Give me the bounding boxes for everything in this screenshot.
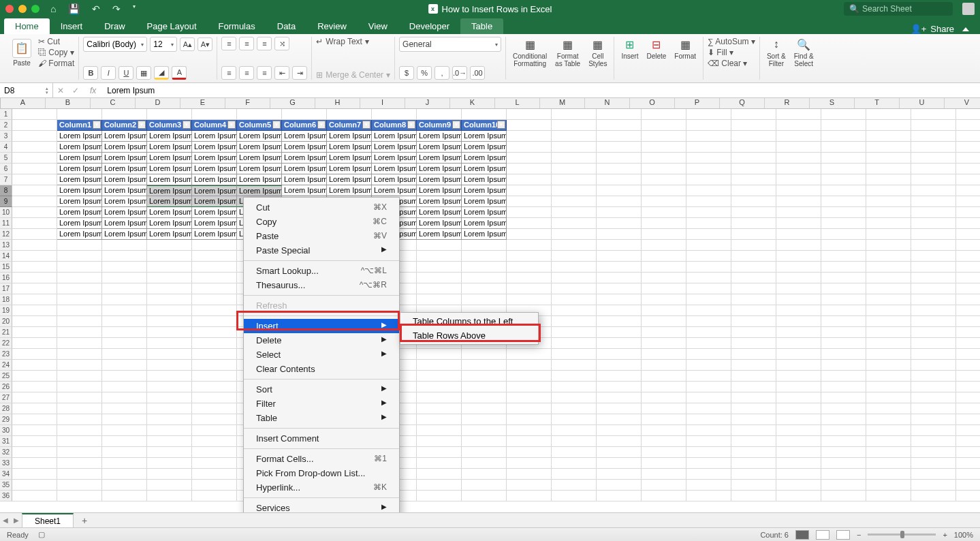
cell[interactable] [147, 240, 192, 251]
cell[interactable] [642, 360, 686, 371]
cell[interactable] [956, 327, 980, 338]
cell[interactable] [642, 207, 686, 218]
cell[interactable] [956, 382, 980, 392]
cell[interactable] [597, 480, 642, 491]
cell[interactable] [552, 371, 597, 382]
cell[interactable] [866, 447, 911, 458]
view-page-layout-icon[interactable] [816, 530, 829, 540]
row-header[interactable]: 34 [0, 469, 12, 480]
cell[interactable] [821, 109, 866, 120]
cell[interactable] [731, 273, 776, 283]
cell[interactable] [597, 196, 642, 207]
cell[interactable]: Lorem Ipsum [102, 142, 147, 153]
cell[interactable] [686, 164, 731, 174]
cell[interactable]: Lorem Ipsum [462, 174, 507, 185]
cell[interactable]: Lorem Ipsum [282, 153, 327, 164]
insert-cells-button[interactable]: ⊞Insert [618, 37, 641, 60]
cell[interactable] [776, 382, 821, 392]
fill-button[interactable]: ⬇ Fill ▾ [708, 48, 755, 57]
cell[interactable] [57, 371, 102, 382]
cell[interactable] [866, 283, 911, 294]
ctx-format-cells[interactable]: Format Cells...⌘1 [244, 452, 399, 466]
cell[interactable] [192, 305, 237, 316]
cell[interactable] [642, 305, 686, 316]
cell[interactable]: Lorem Ipsum [147, 164, 192, 174]
cell[interactable] [866, 251, 911, 262]
cell[interactable] [102, 316, 147, 327]
filter-icon[interactable]: ▾ [317, 121, 326, 129]
conditional-formatting-button[interactable]: ▦Conditional Formatting [510, 37, 550, 67]
ctx-thesaurus[interactable]: Thesaurus...^⌥⌘R [244, 278, 399, 292]
cell[interactable] [417, 425, 462, 436]
cell[interactable] [956, 491, 980, 501]
cell[interactable] [57, 469, 102, 480]
cell[interactable] [462, 392, 507, 403]
cell[interactable] [192, 392, 237, 403]
cell[interactable] [821, 196, 866, 207]
column-header[interactable]: B [46, 98, 91, 108]
cell[interactable] [956, 207, 980, 218]
cell[interactable] [12, 273, 57, 283]
cell[interactable] [731, 305, 776, 316]
cell[interactable]: Lorem Ipsum [282, 142, 327, 153]
cell[interactable] [147, 349, 192, 360]
cell[interactable] [597, 294, 642, 305]
cell[interactable] [12, 458, 57, 469]
cell[interactable] [821, 327, 866, 338]
cell[interactable] [642, 469, 686, 480]
cell[interactable] [597, 240, 642, 251]
cell[interactable]: Column8▾ [372, 120, 417, 131]
cell[interactable] [507, 403, 552, 414]
cell[interactable]: Lorem Ipsum [462, 218, 507, 229]
cell[interactable] [597, 414, 642, 425]
cell[interactable] [956, 436, 980, 447]
column-header[interactable]: S [810, 98, 855, 108]
cell[interactable]: Lorem Ipsum [192, 185, 237, 196]
cell[interactable] [821, 207, 866, 218]
cell[interactable] [12, 229, 57, 240]
cell[interactable] [462, 273, 507, 283]
cell[interactable] [192, 294, 237, 305]
cell[interactable] [776, 491, 821, 501]
cell[interactable] [552, 305, 597, 316]
decrease-indent-icon[interactable]: ⇤ [274, 66, 289, 80]
cell[interactable] [552, 131, 597, 142]
row-header[interactable]: 10 [0, 207, 12, 218]
filter-icon[interactable]: ▾ [272, 121, 281, 129]
ctx-hyperlink[interactable]: Hyperlink...⌘K [244, 480, 399, 495]
cell[interactable]: Lorem Ipsum [237, 153, 282, 164]
cell[interactable]: Lorem Ipsum [192, 131, 237, 142]
cell[interactable] [731, 403, 776, 414]
cell[interactable]: Column5▾ [237, 120, 282, 131]
cell[interactable] [147, 447, 192, 458]
cell[interactable]: Lorem Ipsum [282, 131, 327, 142]
row-header[interactable]: 28 [0, 403, 12, 414]
ctx-table[interactable]: Table▶ [244, 411, 399, 425]
cell[interactable] [642, 174, 686, 185]
cell[interactable] [597, 131, 642, 142]
cell[interactable] [57, 382, 102, 392]
cell[interactable]: Lorem Ipsum [57, 207, 102, 218]
cell[interactable] [821, 392, 866, 403]
cell[interactable] [12, 338, 57, 349]
tab-developer[interactable]: Developer [398, 18, 460, 34]
collapse-ribbon-icon[interactable] [962, 27, 969, 31]
row-header[interactable]: 25 [0, 371, 12, 382]
cell[interactable]: Lorem Ipsum [147, 196, 192, 207]
cell[interactable] [102, 480, 147, 491]
cell[interactable] [552, 283, 597, 294]
cell[interactable] [12, 469, 57, 480]
row-header[interactable]: 12 [0, 229, 12, 240]
cell[interactable]: Lorem Ipsum [57, 218, 102, 229]
cell[interactable]: Lorem Ipsum [192, 196, 237, 207]
cell[interactable] [956, 262, 980, 273]
ctx-delete[interactable]: Delete▶ [244, 333, 399, 347]
ctx-filter[interactable]: Filter▶ [244, 397, 399, 411]
cell[interactable] [821, 251, 866, 262]
cell[interactable] [911, 305, 956, 316]
cell[interactable] [507, 229, 552, 240]
column-header[interactable]: P [675, 98, 720, 108]
cell[interactable] [597, 164, 642, 174]
borders-button[interactable]: ▦ [136, 66, 151, 80]
cell[interactable] [731, 447, 776, 458]
